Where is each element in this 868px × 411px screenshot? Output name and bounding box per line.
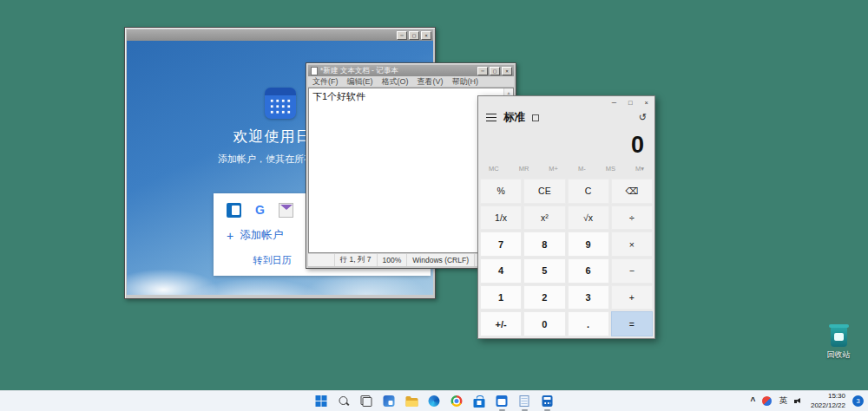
calendar-icon (496, 395, 508, 407)
calculator-app-button[interactable] (538, 391, 556, 411)
calendar-app-button[interactable] (493, 391, 511, 411)
key-8[interactable]: 8 (523, 232, 565, 257)
minimize-button[interactable]: ─ (477, 67, 488, 75)
running-indicator (522, 409, 528, 411)
notepad-title-text: *新建 文本文档 - 记事本 (320, 66, 475, 76)
key-3[interactable]: 3 (568, 285, 609, 310)
notepad-app-button[interactable] (516, 391, 534, 411)
key-decimal[interactable]: . (568, 311, 609, 336)
menu-icon[interactable] (486, 114, 496, 121)
key-divide[interactable]: ÷ (611, 206, 653, 231)
status-line-ending: Windows (CRLF) (406, 254, 474, 266)
memory-store-button[interactable]: MS (606, 165, 615, 173)
recycle-bin-label: 回收站 (818, 349, 859, 361)
volume-icon[interactable] (794, 396, 804, 406)
system-tray: ^ 英 15:30 2022/12/22 3 (751, 391, 868, 411)
key-2[interactable]: 2 (523, 285, 565, 310)
file-explorer-button[interactable] (403, 391, 421, 411)
start-button[interactable] (312, 391, 331, 411)
key-1[interactable]: 1 (480, 285, 522, 310)
menu-help[interactable]: 帮助(H) (448, 76, 483, 88)
key-4[interactable]: 4 (480, 258, 522, 284)
calendar-app-icon (265, 88, 296, 119)
key-reciprocal[interactable]: 1/x (480, 206, 522, 231)
chrome-button[interactable] (448, 391, 466, 411)
status-zoom-level: 100% (377, 254, 407, 266)
chrome-icon (451, 395, 463, 407)
search-button[interactable] (335, 391, 353, 411)
windows-logo-icon (316, 395, 327, 407)
history-icon[interactable]: ↺ (639, 112, 647, 123)
memory-add-button[interactable]: M+ (549, 165, 558, 173)
key-percent[interactable]: % (480, 179, 522, 204)
keep-on-top-icon[interactable] (532, 114, 539, 121)
key-clear-entry[interactable]: CE (523, 179, 565, 204)
plus-icon: + (227, 231, 233, 241)
notepad-text-content: 下1个好软件 (312, 91, 365, 101)
language-indicator[interactable]: 英 (779, 395, 787, 407)
calendar-titlebar[interactable]: ─ □ × (127, 29, 433, 41)
memory-clear-button[interactable]: MC (489, 165, 499, 173)
edge-button[interactable] (425, 391, 444, 411)
tray-time: 15:30 (811, 392, 845, 401)
running-indicator (499, 409, 505, 411)
maximize-button[interactable]: □ (622, 99, 639, 107)
widgets-button[interactable] (380, 391, 398, 411)
key-minus[interactable]: − (611, 258, 653, 284)
calculator-mode-label: 标准 (503, 110, 525, 125)
menu-file[interactable]: 文件(F) (308, 76, 343, 88)
memory-dropdown-button[interactable]: M▾ (635, 165, 644, 173)
google-icon[interactable]: G (253, 203, 267, 218)
key-clear[interactable]: C (568, 179, 609, 204)
key-square-root[interactable]: √x (568, 206, 609, 231)
minimize-button[interactable]: ─ (397, 31, 407, 40)
key-equals[interactable]: = (611, 311, 653, 336)
hidden-icons-chevron[interactable]: ^ (751, 396, 756, 406)
store-icon (474, 399, 485, 408)
minimize-button[interactable]: ─ (606, 99, 622, 107)
notepad-titlebar[interactable]: *新建 文本文档 - 记事本 ─ □ × (308, 65, 514, 76)
calculator-icon (542, 395, 552, 407)
outlook-icon[interactable] (227, 203, 241, 218)
taskbar-center-icons (312, 391, 556, 411)
maximize-button[interactable]: □ (490, 67, 500, 75)
taskbar: ^ 英 15:30 2022/12/22 3 (0, 390, 868, 411)
status-spacer (308, 254, 334, 266)
widgets-icon (384, 395, 395, 407)
clock[interactable]: 15:30 2022/12/22 (811, 392, 845, 411)
task-view-button[interactable] (358, 391, 376, 411)
key-negate[interactable]: +/- (480, 311, 522, 336)
menu-format[interactable]: 格式(O) (378, 76, 413, 88)
edge-icon (429, 395, 440, 407)
recycle-bin[interactable]: 回收站 (818, 327, 859, 361)
key-6[interactable]: 6 (568, 258, 609, 284)
key-7[interactable]: 7 (480, 232, 522, 257)
key-multiply[interactable]: × (611, 232, 653, 257)
key-backspace[interactable]: ⌫ (611, 179, 653, 204)
key-square[interactable]: x² (523, 206, 565, 231)
calculator-header: 标准 ↺ (478, 109, 654, 127)
calculator-titlebar[interactable]: ─ □ × (478, 96, 654, 109)
notepad-icon (520, 395, 529, 407)
store-button[interactable] (470, 391, 489, 411)
key-5[interactable]: 5 (523, 258, 565, 284)
menu-view[interactable]: 查看(V) (413, 76, 448, 88)
calculator-keypad: % CE C ⌫ 1/x x² √x ÷ 7 8 9 × 4 5 6 − 1 2… (478, 177, 654, 338)
tray-app-icon[interactable] (762, 396, 772, 406)
memory-recall-button[interactable]: MR (519, 165, 529, 173)
key-plus[interactable]: + (611, 285, 653, 310)
memory-subtract-button[interactable]: M- (578, 165, 586, 173)
close-button[interactable]: × (639, 99, 654, 107)
key-9[interactable]: 9 (568, 232, 609, 257)
menu-edit[interactable]: 编辑(E) (343, 76, 378, 88)
email-provider-icon[interactable] (279, 203, 293, 218)
close-button[interactable]: × (421, 31, 431, 40)
folder-icon (405, 398, 418, 407)
close-button[interactable]: × (502, 67, 512, 75)
desktop[interactable]: ─ □ × 欢迎使用日历 添加帐户，使其在所有设备上 G + 添加帐户 转到日历 (0, 0, 868, 411)
maximize-button[interactable]: □ (409, 31, 419, 40)
calculator-display: 0 (478, 127, 654, 160)
notification-badge[interactable]: 3 (852, 395, 864, 407)
tray-date: 2022/12/22 (811, 401, 845, 411)
key-0[interactable]: 0 (523, 311, 565, 336)
